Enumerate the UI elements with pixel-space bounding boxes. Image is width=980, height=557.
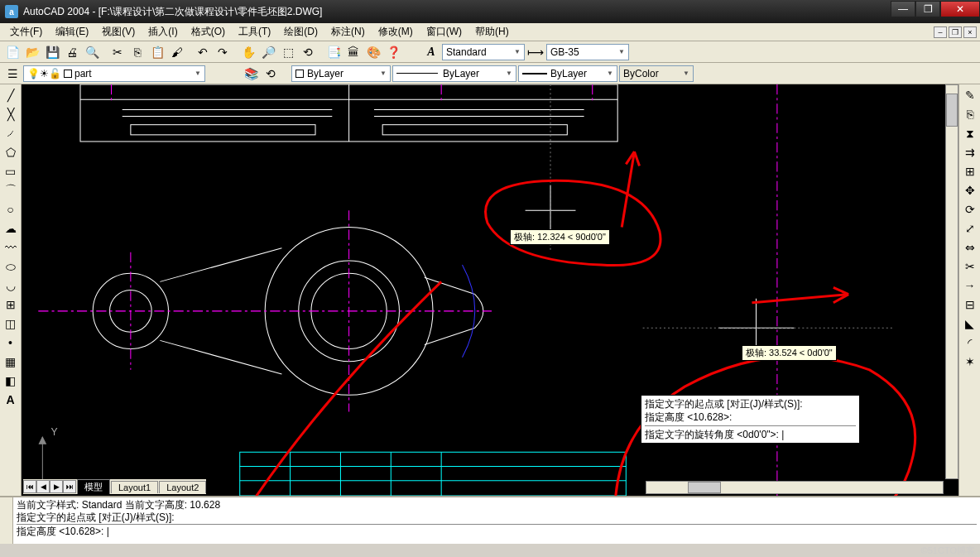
ellipse-tool-icon[interactable]: ⬭ bbox=[2, 257, 20, 276]
undo-icon[interactable]: ↶ bbox=[194, 43, 212, 61]
layer-prev-icon[interactable]: ⟲ bbox=[262, 65, 280, 83]
linetype-combo[interactable]: ByLayer▼ bbox=[392, 65, 516, 82]
plot-icon[interactable]: 🖨 bbox=[63, 43, 81, 61]
tab-last-button[interactable]: ⏭ bbox=[63, 480, 76, 493]
doc-restore-button[interactable]: ❐ bbox=[949, 26, 962, 38]
matchprop-icon[interactable]: 🖌 bbox=[168, 43, 186, 61]
horizontal-scrollbar[interactable] bbox=[646, 481, 944, 494]
menu-window[interactable]: 窗口(W) bbox=[420, 23, 468, 41]
array-tool-icon[interactable]: ⊞ bbox=[961, 162, 979, 180]
lineweight-combo[interactable]: ByLayer▼ bbox=[518, 65, 617, 82]
window-minimize-button[interactable]: — bbox=[891, 1, 915, 17]
tab-model[interactable]: 模型 bbox=[77, 479, 110, 494]
menu-dimension[interactable]: 标注(N) bbox=[324, 23, 372, 41]
rect-tool-icon[interactable]: ▭ bbox=[2, 162, 20, 180]
break-tool-icon[interactable]: ⊟ bbox=[961, 295, 979, 314]
help-icon[interactable]: ❓ bbox=[384, 43, 402, 61]
window-close-button[interactable]: ✕ bbox=[940, 1, 980, 17]
arc-tool-icon[interactable]: ⌒ bbox=[2, 181, 20, 199]
scroll-thumb[interactable] bbox=[946, 94, 958, 127]
pan-icon[interactable]: ✋ bbox=[239, 43, 257, 61]
tab-next-button[interactable]: ▶ bbox=[50, 480, 63, 493]
ellipsearc-tool-icon[interactable]: ◡ bbox=[2, 276, 20, 295]
erase-tool-icon[interactable]: ✎ bbox=[961, 86, 979, 104]
spline-tool-icon[interactable]: 〰 bbox=[2, 238, 20, 257]
redo-icon[interactable]: ↷ bbox=[214, 43, 232, 61]
plotstyle-combo[interactable]: ByColor▼ bbox=[619, 65, 694, 82]
trim-tool-icon[interactable]: ✂ bbox=[961, 257, 979, 276]
designcenter-icon[interactable]: 🏛 bbox=[344, 43, 363, 61]
menu-format[interactable]: 格式(O) bbox=[185, 23, 232, 41]
drawing-canvas[interactable]: Y X 极轴: 12.324 < 90d0'0" 极轴: 33.524 < 0d… bbox=[22, 84, 958, 496]
doc-close-button[interactable]: × bbox=[963, 26, 977, 38]
region-tool-icon[interactable]: ◧ bbox=[2, 372, 20, 390]
lineweight-value: ByLayer bbox=[550, 68, 587, 79]
layerprops-icon[interactable]: ☰ bbox=[3, 65, 22, 83]
preview-icon[interactable]: 🔍 bbox=[83, 43, 101, 61]
cut-icon[interactable]: ✂ bbox=[108, 43, 127, 61]
dimstyle-icon[interactable]: ⟼ bbox=[526, 43, 545, 61]
vertical-scrollbar[interactable] bbox=[945, 84, 958, 479]
chamfer-tool-icon[interactable]: ◣ bbox=[961, 315, 979, 333]
tab-layout2[interactable]: Layout2 bbox=[159, 481, 206, 493]
zoom-realtime-icon[interactable]: 🔎 bbox=[259, 43, 277, 61]
layer-manager-icon[interactable]: 📚 bbox=[242, 65, 260, 83]
toolpalette-icon[interactable]: 🎨 bbox=[364, 43, 382, 61]
revcloud-tool-icon[interactable]: ☁ bbox=[2, 219, 20, 238]
command-input[interactable]: 指定高度 <10.628>: | bbox=[17, 524, 977, 539]
scale-tool-icon[interactable]: ⤢ bbox=[961, 219, 979, 238]
hatch-tool-icon[interactable]: ▦ bbox=[2, 353, 20, 371]
command-grip[interactable] bbox=[0, 497, 13, 544]
copy-tool-icon[interactable]: ⎘ bbox=[961, 105, 979, 123]
menu-file[interactable]: 文件(F) bbox=[3, 23, 49, 41]
menu-edit[interactable]: 编辑(E) bbox=[49, 23, 95, 41]
doc-minimize-button[interactable]: – bbox=[934, 26, 947, 38]
dynamic-input-prompt[interactable]: 指定文字的起点或 [对正(J)/样式(S)]: 指定高度 <10.628>: 指… bbox=[641, 395, 860, 444]
color-combo[interactable]: ByLayer▼ bbox=[291, 65, 391, 82]
copy-icon[interactable]: ⎘ bbox=[128, 43, 147, 61]
window-maximize-button[interactable]: ❐ bbox=[915, 1, 940, 17]
circle-tool-icon[interactable]: ○ bbox=[2, 200, 20, 218]
paste-icon[interactable]: 📋 bbox=[148, 43, 166, 61]
prompt-line-2: 指定高度 <10.628>: bbox=[645, 411, 856, 424]
move-tool-icon[interactable]: ✥ bbox=[961, 181, 979, 199]
offset-tool-icon[interactable]: ⇉ bbox=[961, 143, 979, 161]
stretch-tool-icon[interactable]: ⇔ bbox=[961, 238, 979, 257]
menu-help[interactable]: 帮助(H) bbox=[468, 23, 516, 41]
dimstyle-combo[interactable]: GB-35▼ bbox=[546, 44, 629, 60]
polygon-tool-icon[interactable]: ⬠ bbox=[2, 143, 20, 161]
open-icon[interactable]: 📂 bbox=[23, 43, 41, 61]
command-history[interactable]: 当前文字样式: Standard 当前文字高度: 10.628 指定文字的起点或… bbox=[13, 497, 980, 544]
menu-tools[interactable]: 工具(T) bbox=[232, 23, 277, 41]
point-tool-icon[interactable]: • bbox=[2, 334, 20, 352]
fillet-tool-icon[interactable]: ◜ bbox=[961, 334, 979, 352]
save-icon[interactable]: 💾 bbox=[43, 43, 61, 61]
mtext-tool-icon[interactable]: A bbox=[2, 391, 20, 409]
block-tool-icon[interactable]: ◫ bbox=[2, 315, 20, 333]
tab-first-button[interactable]: ⏮ bbox=[23, 480, 36, 493]
zoom-window-icon[interactable]: ⬚ bbox=[279, 43, 297, 61]
extend-tool-icon[interactable]: → bbox=[961, 276, 979, 295]
insert-tool-icon[interactable]: ⊞ bbox=[2, 295, 20, 314]
menu-draw[interactable]: 绘图(D) bbox=[277, 23, 324, 41]
line-tool-icon[interactable]: ╱ bbox=[2, 86, 20, 104]
textstyle-icon[interactable]: A bbox=[422, 43, 440, 61]
new-icon[interactable]: 📄 bbox=[3, 43, 22, 61]
menu-insert[interactable]: 插入(I) bbox=[142, 23, 184, 41]
explode-tool-icon[interactable]: ✶ bbox=[961, 353, 979, 371]
textstyle-combo[interactable]: Standard▼ bbox=[442, 44, 525, 60]
menu-modify[interactable]: 修改(M) bbox=[372, 23, 420, 41]
properties-icon[interactable]: 📑 bbox=[324, 43, 343, 61]
zoom-prev-icon[interactable]: ⟲ bbox=[299, 43, 317, 61]
tab-prev-button[interactable]: ◀ bbox=[36, 480, 50, 493]
mirror-tool-icon[interactable]: ⧗ bbox=[961, 124, 979, 142]
rotate-tool-icon[interactable]: ⟳ bbox=[961, 200, 979, 218]
svg-line-17 bbox=[425, 328, 475, 344]
layer-combo[interactable]: 💡 ☀ 🔓 part ▼ bbox=[23, 65, 205, 82]
xline-tool-icon[interactable]: ╳ bbox=[2, 105, 20, 123]
menu-view[interactable]: 视图(V) bbox=[95, 23, 142, 41]
tab-layout1[interactable]: Layout1 bbox=[111, 481, 158, 493]
command-area: 当前文字样式: Standard 当前文字高度: 10.628 指定文字的起点或… bbox=[0, 496, 980, 544]
scroll-thumb[interactable] bbox=[688, 482, 721, 493]
pline-tool-icon[interactable]: ⟋ bbox=[2, 124, 20, 142]
